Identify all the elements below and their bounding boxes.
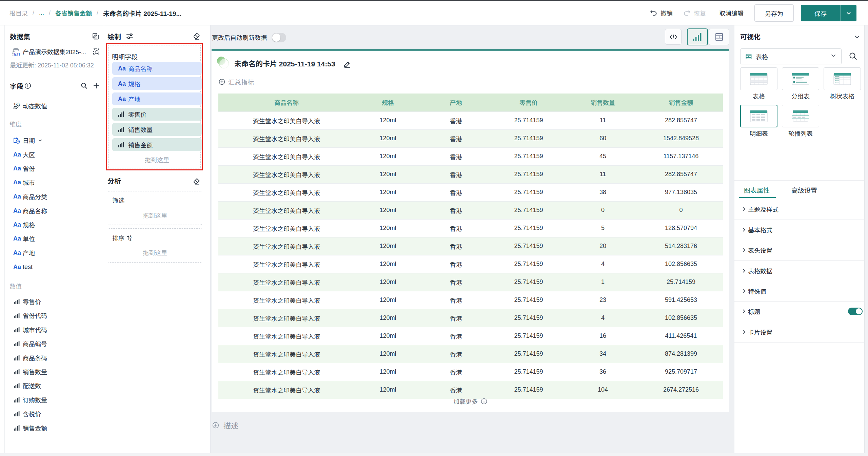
svg-text:Z: Z <box>130 238 131 241</box>
svg-text:123: 123 <box>14 102 20 106</box>
svg-text:ETL: ETL <box>14 52 20 56</box>
